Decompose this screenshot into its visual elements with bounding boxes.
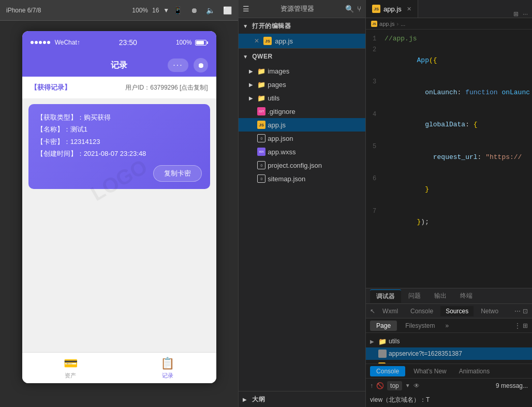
open-editors-arrow: ▼ bbox=[243, 23, 249, 29]
assets-icon: 💳 bbox=[64, 357, 78, 370]
file-appjson[interactable]: ▶ {} app.json bbox=[239, 132, 365, 145]
wifi-label: WeChat↑ bbox=[55, 39, 80, 46]
file-projectjson[interactable]: ▶ {} project.config.json bbox=[239, 158, 365, 172]
breadcrumb-sep: › bbox=[396, 21, 398, 27]
file-sitemapjson[interactable]: ▶ {} sitemap.json bbox=[239, 172, 365, 185]
code-line-1: 1 //app.js bbox=[366, 34, 532, 45]
devtools-layout-icon[interactable]: ⊞ bbox=[523, 322, 528, 329]
user-id-label[interactable]: 用户ID：63799296 [点击复制] bbox=[125, 83, 208, 92]
tab-assets[interactable]: 💳 资产 bbox=[64, 357, 78, 380]
outline-arrow: ▶ bbox=[243, 397, 249, 402]
detach-devtools-icon[interactable]: ⊡ bbox=[523, 308, 528, 315]
project-arrow: ▼ bbox=[243, 54, 249, 60]
file-appjs[interactable]: ▶ JS app.js bbox=[239, 118, 365, 132]
cursor-icon[interactable]: ↖ bbox=[370, 308, 375, 315]
phone-content: 【获得记录】 用户ID：63799296 [点击复制] 【获取类型】：购买获得 … bbox=[22, 77, 216, 352]
volume-icon[interactable]: 🔈 bbox=[206, 6, 215, 14]
signal-dots bbox=[31, 41, 50, 44]
devtools-page-tab-page[interactable]: Page bbox=[370, 321, 397, 331]
close-appjs-icon[interactable]: ✕ bbox=[254, 37, 259, 45]
whats-new-tab-button[interactable]: What's New bbox=[409, 367, 451, 376]
console-dropdown-icon[interactable]: ▼ bbox=[405, 383, 410, 388]
record-icon[interactable]: ⏺ bbox=[190, 6, 198, 14]
file-gitignore[interactable]: ▶ GIT .gitignore bbox=[239, 105, 365, 118]
card-name: 【名称】：测试1 bbox=[37, 123, 202, 135]
search-icon[interactable]: 🔍 bbox=[345, 5, 354, 13]
devtools-utils-label: utils bbox=[389, 338, 400, 345]
expand-devtools-icon[interactable]: ⋯ bbox=[514, 308, 521, 315]
breadcrumb-filename[interactable]: app.js bbox=[379, 21, 394, 27]
toolbar-icons: 📱 ⏺ 🔈 ⬜ bbox=[173, 6, 232, 14]
devtools-tree-appjs[interactable]: ▶ JS app.js bbox=[366, 360, 532, 364]
utils-arrow: ▶ bbox=[249, 95, 255, 101]
devtools-tree-appservice[interactable]: ▶ appservice?t=1628351387 bbox=[366, 347, 532, 360]
appwxss-label: app.wxss bbox=[268, 148, 295, 156]
git-icon[interactable]: ⑂ bbox=[357, 5, 361, 13]
devtools-subtab-console[interactable]: Console bbox=[405, 306, 438, 316]
open-editors-header[interactable]: ▼ 打开的编辑器 bbox=[239, 18, 365, 34]
appjs-label: app.js bbox=[268, 121, 286, 129]
devtools-subtab-wxml[interactable]: Wxml bbox=[377, 306, 403, 316]
nav-record-button[interactable]: ⏺ bbox=[194, 58, 208, 72]
utils-label: utils bbox=[268, 94, 279, 102]
devtools-tab-terminal[interactable]: 终端 bbox=[454, 289, 479, 302]
code-editor[interactable]: 1 //app.js 2 App({ 3 onLaunch: function … bbox=[366, 30, 532, 288]
project-header[interactable]: ▼ QWER bbox=[239, 49, 365, 64]
phone-icon[interactable]: 📱 bbox=[173, 6, 182, 14]
menu-icon[interactable]: ☰ bbox=[243, 5, 249, 13]
devtools-tree-utils[interactable]: ▶ 📁 utils bbox=[366, 335, 532, 347]
console-nav-back-icon[interactable]: ↑ bbox=[370, 382, 373, 389]
nav-dots-button[interactable]: ··· bbox=[168, 59, 188, 72]
utils-expand-icon: ▶ bbox=[370, 339, 376, 344]
dot-1 bbox=[31, 41, 34, 44]
devtools-sub-tabs: ↖ Wxml Console Sources Netwo ⋯ ⊡ bbox=[366, 304, 532, 318]
explorer-toolbar: ☰ 资源管理器 🔍 ⑂ bbox=[239, 0, 365, 18]
appservice-file-icon bbox=[378, 350, 387, 358]
dot-4 bbox=[43, 41, 46, 44]
folder-utils[interactable]: ▶ 📁 utils bbox=[239, 91, 365, 105]
line-content-1: //app.js bbox=[385, 34, 417, 45]
explorer-title: 资源管理器 bbox=[253, 4, 342, 13]
devtools-subtab-network[interactable]: Netwo bbox=[476, 306, 504, 316]
devtools-page-tabs: Page Filesystem » ⋮ ⊞ bbox=[366, 318, 532, 333]
devtools-tab-debugger[interactable]: 调试器 bbox=[370, 289, 401, 303]
tab-appjs[interactable]: JS app.js ✕ bbox=[366, 0, 418, 18]
devtools-subtab-sources[interactable]: Sources bbox=[440, 306, 474, 316]
battery-body bbox=[195, 40, 206, 46]
project-name: QWER bbox=[252, 53, 272, 60]
animations-tab-button[interactable]: Animations bbox=[455, 367, 494, 376]
folder-images[interactable]: ▶ 📁 images bbox=[239, 64, 365, 78]
copy-key-button[interactable]: 复制卡密 bbox=[153, 165, 202, 182]
outline-header[interactable]: ▶ 大纲 bbox=[239, 391, 365, 407]
console-tab-button[interactable]: Console bbox=[370, 366, 405, 376]
more-icon[interactable]: ··· bbox=[523, 10, 528, 18]
dropdown-icon[interactable]: ▼ bbox=[163, 7, 169, 14]
zoom-label: 100% bbox=[132, 7, 148, 14]
dot-5 bbox=[47, 41, 50, 44]
file-appwxss[interactable]: ▶ WX app.wxss bbox=[239, 145, 365, 158]
close-tab-icon[interactable]: ✕ bbox=[407, 6, 411, 12]
outline-label: 大纲 bbox=[252, 395, 265, 404]
console-eye-icon[interactable]: 👁 bbox=[413, 382, 420, 389]
code-line-2: 2 App({ bbox=[366, 45, 532, 77]
line-content-3: onLaunch: function onLaunc bbox=[385, 77, 530, 109]
device-label: iPhone 6/7/8 bbox=[6, 7, 128, 14]
phone-device: WeChat↑ 23:50 100% 记录 ··· bbox=[22, 31, 216, 383]
devtools-tab-output[interactable]: 输出 bbox=[428, 289, 453, 302]
add-tab-icon[interactable]: » bbox=[445, 322, 449, 329]
breadcrumb-rest[interactable]: ... bbox=[401, 21, 405, 27]
devtools-tab-issues[interactable]: 问题 bbox=[402, 289, 427, 302]
expand-icon[interactable]: ⬜ bbox=[223, 6, 232, 14]
split-icon[interactable]: ⊞ bbox=[513, 10, 519, 18]
console-block-icon[interactable]: 🚫 bbox=[376, 382, 384, 389]
devtools-page-tab-filesystem[interactable]: Filesystem bbox=[399, 321, 441, 331]
console-top-label[interactable]: top bbox=[387, 381, 402, 390]
console-right-area: 9 messag... bbox=[496, 382, 528, 389]
nav-right: ··· ⏺ bbox=[168, 58, 208, 72]
phone-content-inner: 【获得记录】 用户ID：63799296 [点击复制] 【获取类型】：购买获得 … bbox=[22, 77, 216, 284]
open-file-appjs[interactable]: ✕ JS app.js bbox=[239, 34, 365, 48]
devtools-options-icon[interactable]: ⋮ bbox=[514, 322, 521, 329]
devtools-utils-folder-icon: 📁 bbox=[378, 338, 387, 345]
tab-records[interactable]: 📋 记录 bbox=[160, 357, 174, 380]
folder-pages[interactable]: ▶ 📁 pages bbox=[239, 78, 365, 91]
